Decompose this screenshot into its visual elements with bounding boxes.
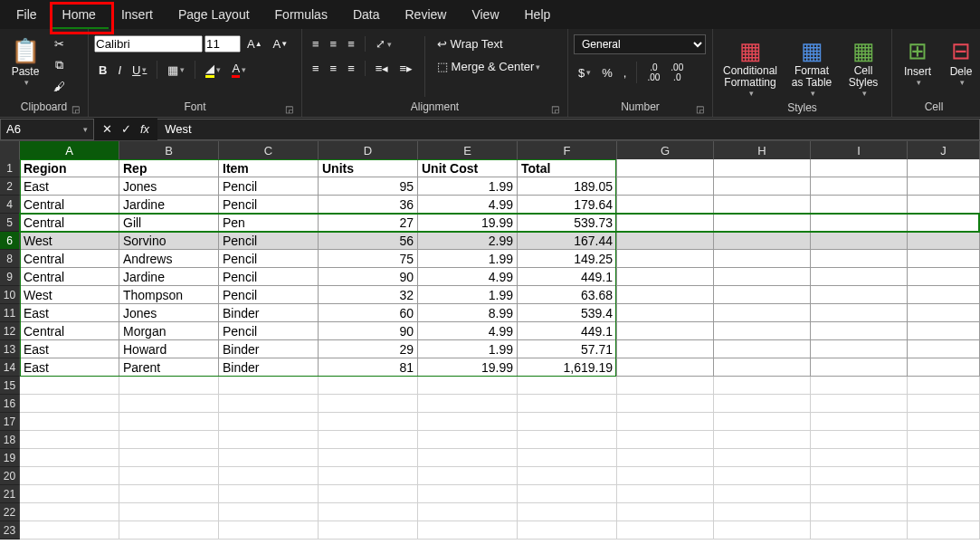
- delete-cells-button[interactable]: ⊟ Dele▾: [941, 34, 980, 89]
- cell-A19[interactable]: [20, 449, 119, 467]
- cell-J1[interactable]: [908, 159, 980, 177]
- cell-B22[interactable]: [119, 503, 219, 521]
- cell-A12[interactable]: Central: [20, 322, 119, 340]
- cell-I14[interactable]: [811, 358, 908, 377]
- cell-G12[interactable]: [617, 322, 714, 340]
- tab-file[interactable]: File: [4, 0, 50, 29]
- borders-button[interactable]: ▦▾: [163, 61, 189, 80]
- cell-A17[interactable]: [20, 413, 119, 431]
- cell-F18[interactable]: [518, 431, 617, 449]
- cell-D9[interactable]: 90: [319, 268, 418, 286]
- cell-J21[interactable]: [908, 485, 980, 503]
- cell-A10[interactable]: West: [20, 286, 119, 304]
- cell-E16[interactable]: [418, 395, 518, 413]
- cell-B10[interactable]: Thompson: [119, 286, 219, 304]
- tab-page-layout[interactable]: Page Layout: [166, 0, 262, 29]
- row-header-6[interactable]: 6: [0, 232, 20, 250]
- cell-D13[interactable]: 29: [319, 340, 418, 358]
- cell-E14[interactable]: 19.99: [418, 358, 518, 377]
- cell-F2[interactable]: 189.05: [518, 177, 617, 196]
- cell-E4[interactable]: 4.99: [418, 196, 518, 214]
- cell-F12[interactable]: 449.1: [518, 322, 617, 340]
- dialog-launcher-icon[interactable]: ◲: [549, 103, 560, 114]
- cell-C8[interactable]: Pencil: [219, 250, 319, 268]
- cell-C20[interactable]: [219, 467, 319, 485]
- percent-button[interactable]: %: [597, 63, 617, 82]
- cell-J15[interactable]: [908, 377, 980, 395]
- merge-center-button[interactable]: ⬚ Merge & Center▾: [433, 57, 550, 76]
- col-header-F[interactable]: F: [518, 141, 617, 159]
- cell-E17[interactable]: [418, 413, 518, 431]
- cell-D18[interactable]: [319, 431, 418, 449]
- cell-I20[interactable]: [811, 467, 908, 485]
- row-header-19[interactable]: 19: [0, 449, 20, 467]
- font-size-select[interactable]: [205, 35, 241, 53]
- cell-C18[interactable]: [219, 431, 319, 449]
- cell-E10[interactable]: 1.99: [418, 286, 518, 304]
- cell-G9[interactable]: [617, 268, 714, 286]
- cell-E12[interactable]: 4.99: [418, 322, 518, 340]
- cell-H10[interactable]: [714, 286, 811, 304]
- row-header-23[interactable]: 23: [0, 521, 20, 540]
- cell-I5[interactable]: [811, 214, 908, 232]
- cell-I16[interactable]: [811, 395, 908, 413]
- cell-I17[interactable]: [811, 413, 908, 431]
- cell-A23[interactable]: [20, 521, 119, 540]
- cell-A5[interactable]: Central: [20, 214, 119, 232]
- cell-J20[interactable]: [908, 467, 980, 485]
- cell-F22[interactable]: [518, 503, 617, 521]
- cell-H17[interactable]: [714, 413, 811, 431]
- row-header-21[interactable]: 21: [0, 485, 20, 503]
- cell-D6[interactable]: 56: [319, 232, 418, 250]
- cell-D19[interactable]: [319, 449, 418, 467]
- cell-G20[interactable]: [617, 467, 714, 485]
- cell-I13[interactable]: [811, 340, 908, 358]
- cell-H12[interactable]: [714, 322, 811, 340]
- cell-H5[interactable]: [714, 214, 811, 232]
- cell-A14[interactable]: East: [20, 358, 119, 377]
- cell-B4[interactable]: Jardine: [119, 196, 219, 214]
- cell-A13[interactable]: East: [20, 340, 119, 358]
- enter-formula-button[interactable]: ✓: [117, 119, 136, 138]
- decrease-indent-button[interactable]: ≡◂: [371, 59, 394, 78]
- cell-E6[interactable]: 2.99: [418, 232, 518, 250]
- cell-H23[interactable]: [714, 521, 811, 540]
- col-header-A[interactable]: A: [20, 141, 119, 159]
- cell-J19[interactable]: [908, 449, 980, 467]
- fill-color-button[interactable]: ◢▾: [201, 59, 225, 81]
- cell-C4[interactable]: Pencil: [219, 196, 319, 214]
- fx-button[interactable]: fx: [136, 119, 154, 138]
- cell-C21[interactable]: [219, 485, 319, 503]
- cell-G17[interactable]: [617, 413, 714, 431]
- cell-styles-button[interactable]: ▦ Cell Styles▾: [842, 34, 885, 100]
- cell-J14[interactable]: [908, 358, 980, 377]
- decrease-decimal-button[interactable]: .00.0: [666, 60, 688, 85]
- cell-J13[interactable]: [908, 340, 980, 358]
- cell-I2[interactable]: [811, 177, 908, 196]
- cell-F19[interactable]: [518, 449, 617, 467]
- wrap-text-button[interactable]: ↩ Wrap Text: [433, 34, 550, 53]
- cell-F11[interactable]: 539.4: [518, 304, 617, 322]
- cell-E5[interactable]: 19.99: [418, 214, 518, 232]
- cell-H4[interactable]: [714, 196, 811, 214]
- increase-font-button[interactable]: A▲: [243, 34, 267, 53]
- cell-G10[interactable]: [617, 286, 714, 304]
- cell-E20[interactable]: [418, 467, 518, 485]
- cell-G22[interactable]: [617, 503, 714, 521]
- cell-F1[interactable]: Total: [518, 159, 617, 177]
- row-header-17[interactable]: 17: [0, 413, 20, 431]
- cell-H11[interactable]: [714, 304, 811, 322]
- cut-button[interactable]: ✂: [49, 34, 70, 53]
- cell-I12[interactable]: [811, 322, 908, 340]
- cell-D5[interactable]: 27: [319, 214, 418, 232]
- cell-E8[interactable]: 1.99: [418, 250, 518, 268]
- align-center-button[interactable]: ≡: [326, 59, 342, 78]
- cell-E23[interactable]: [418, 521, 518, 540]
- decrease-font-button[interactable]: A▼: [269, 34, 293, 53]
- cell-A4[interactable]: Central: [20, 196, 119, 214]
- cell-H14[interactable]: [714, 358, 811, 377]
- select-all-corner[interactable]: [0, 141, 20, 159]
- tab-view[interactable]: View: [459, 0, 511, 29]
- cell-G21[interactable]: [617, 485, 714, 503]
- cell-J4[interactable]: [908, 196, 980, 214]
